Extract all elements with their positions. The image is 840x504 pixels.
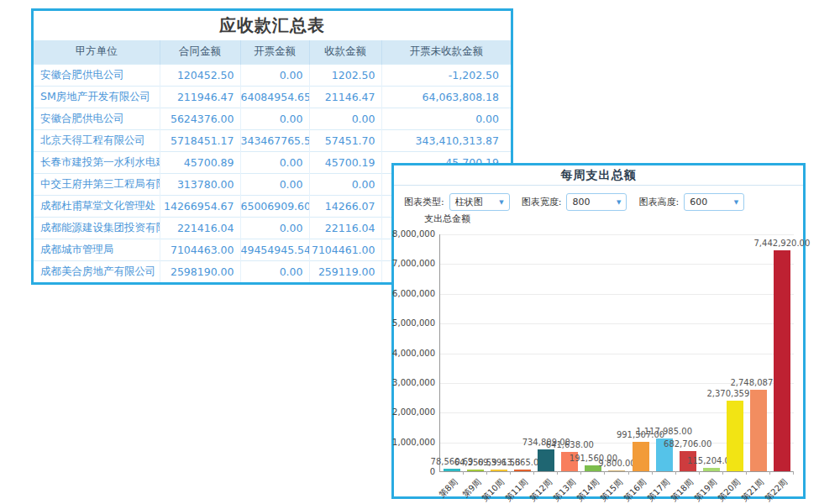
x-axis-tick <box>486 471 487 475</box>
receivables-summary-title: 应收款汇总表 <box>34 11 511 40</box>
x-axis-tick <box>604 471 605 475</box>
x-axis-tick <box>463 471 464 475</box>
bar-slot: 7,442,920.00第22周 <box>770 234 794 471</box>
bar-slot: 991,507.00第16周 <box>629 234 653 471</box>
bar-slots: 78,560.69第8周64,350.59第9周69,391.53第10周63,… <box>440 234 794 471</box>
bar-第10周[interactable] <box>491 470 507 472</box>
company-name-cell: 安徽合肥供电公司 <box>34 108 160 129</box>
bar-第8周[interactable] <box>444 469 460 471</box>
page-background: 应收款汇总表 甲方单位合同金额开票金额收款金额开票未收款金额 安徽合肥供电公司1… <box>0 0 840 504</box>
amount-cell: 64084954.65 <box>240 86 309 108</box>
bar-slot: 2,370,359.00第20周 <box>723 234 747 471</box>
bar-第15周[interactable] <box>608 470 625 471</box>
company-name-cell: 成都美合房地产有限公司 <box>34 260 160 282</box>
bar-slot: 2,748,087.00第21周 <box>747 234 770 471</box>
column-header: 开票未收款金额 <box>381 40 511 64</box>
y-tick-label: 0 <box>430 467 435 476</box>
company-name-cell: 安徽合肥供电公司 <box>34 64 160 86</box>
amount-cell: 5624376.00 <box>160 108 240 129</box>
x-axis-tick <box>628 471 629 475</box>
amount-cell: 0.00 <box>240 260 309 282</box>
amount-cell: 45700.19 <box>309 151 381 173</box>
amount-cell: 0.00 <box>240 217 309 239</box>
amount-cell: 49454945.54 <box>240 239 309 260</box>
y-tick-label: 6,000,000 <box>392 289 435 298</box>
amount-cell: 21146.47 <box>309 86 381 108</box>
control-group: 图表宽度:800▼ <box>522 193 627 211</box>
x-tick-label: 第20周 <box>716 476 743 504</box>
bar-第20周[interactable] <box>727 401 743 471</box>
x-axis-tick <box>746 471 747 475</box>
amount-cell: 0.00 <box>240 173 309 195</box>
amount-cell: 0.00 <box>309 108 381 129</box>
table-row: 北京天得工程有限公司5718451.17343467765.5757451.70… <box>34 129 511 151</box>
control-group: 图表类型:柱状图▼ <box>404 193 510 211</box>
bar-slot: 191,560.00第14周 <box>581 234 605 471</box>
y-tick-label: 5,000,000 <box>392 318 435 328</box>
x-tick-label: 第15周 <box>597 476 625 504</box>
y-tick-label: 1,000,000 <box>392 438 435 447</box>
amount-cell: 211946.47 <box>160 86 240 108</box>
amount-cell: 120452.50 <box>160 64 240 86</box>
chevron-down-icon: ▼ <box>617 199 621 206</box>
y-tick-label: 7,000,000 <box>392 259 435 268</box>
chart-height-select[interactable]: 600▼ <box>684 193 744 211</box>
table-row: 安徽合肥供电公司5624376.000.000.000.00 <box>34 108 511 129</box>
bar-第21周[interactable] <box>750 390 767 471</box>
y-axis-title: 支出总金额 <box>424 213 470 225</box>
select-value: 800 <box>572 197 590 207</box>
x-tick-label: 第10周 <box>480 476 507 504</box>
amount-cell: 57451.70 <box>309 129 381 151</box>
x-axis-tick <box>793 471 794 475</box>
amount-cell: 221416.04 <box>160 217 240 239</box>
amount-cell: 7104461.00 <box>309 239 381 260</box>
bar-slot: 682,706.00第18周 <box>676 234 700 471</box>
company-name-cell: 成都杜甫草堂文化管理处 <box>34 195 160 217</box>
x-axis-tick <box>722 471 723 475</box>
x-axis-tick <box>652 471 653 475</box>
amount-cell: 0.00 <box>240 151 309 173</box>
amount-cell: 0.00 <box>381 108 511 129</box>
company-name-cell: 成都能源建设集团投资有限公司 <box>34 217 160 239</box>
x-tick-label: 第14周 <box>574 476 601 504</box>
y-tick-label: 2,000,000 <box>392 407 435 417</box>
bar-第12周[interactable] <box>538 449 554 471</box>
table-header-row: 甲方单位合同金额开票金额收款金额开票未收款金额 <box>34 40 511 64</box>
chart-width-select[interactable]: 800▼ <box>566 193 627 211</box>
company-name-cell: SM房地产开发有限公司 <box>34 86 160 108</box>
control-label: 图表类型: <box>404 196 444 208</box>
column-header: 开票金额 <box>240 40 309 64</box>
x-tick-label: 第13周 <box>550 476 578 504</box>
amount-cell: 7104463.00 <box>160 239 240 260</box>
chart-panel-title: 每周支出总额 <box>561 168 637 183</box>
x-axis-tick <box>557 471 558 475</box>
chart-type-select[interactable]: 柱状图▼ <box>449 193 510 211</box>
chart-controls: 图表类型:柱状图▼图表宽度:800▼图表高度:600▼ <box>404 193 756 211</box>
amount-cell: 64,063,808.18 <box>381 86 511 108</box>
bar-第22周[interactable] <box>774 250 790 471</box>
amount-cell: 0.00 <box>240 64 309 86</box>
bar-第9周[interactable] <box>467 470 484 471</box>
bar-第11周[interactable] <box>514 470 531 471</box>
x-tick-label: 第11周 <box>503 476 531 504</box>
company-name-cell: 长春市建投第一水利水电建设有限公司 <box>34 151 160 173</box>
chart-panel-header: 每周支出总额 <box>394 165 803 186</box>
x-axis-tick <box>580 471 581 475</box>
bar-slot: 115,204.00第19周 <box>700 234 723 471</box>
bar-第19周[interactable] <box>703 468 720 471</box>
select-value: 柱状图 <box>455 196 483 208</box>
bar-第16周[interactable] <box>633 442 649 471</box>
amount-cell: -1,202.50 <box>381 64 511 86</box>
company-name-cell: 北京天得工程有限公司 <box>34 129 160 151</box>
amount-cell: 14266.07 <box>309 195 381 217</box>
bar-slot: 64,350.59第9周 <box>464 234 487 471</box>
x-axis-tick <box>699 471 700 475</box>
bar-slot: 1,117,985.00第17周 <box>653 234 676 471</box>
bar-slot: 63,665.00第11周 <box>511 234 534 471</box>
weekly-expense-panel: 每周支出总额 图表类型:柱状图▼图表宽度:800▼图表高度:600▼ 支出总金额… <box>391 163 806 499</box>
amount-cell: 1202.50 <box>309 64 381 86</box>
amount-cell: 0.00 <box>309 173 381 195</box>
bar-slot: 78,560.69第8周 <box>440 234 464 471</box>
bar-value-label: 7,442,920.00 <box>754 239 811 248</box>
x-axis-tick <box>510 471 511 475</box>
